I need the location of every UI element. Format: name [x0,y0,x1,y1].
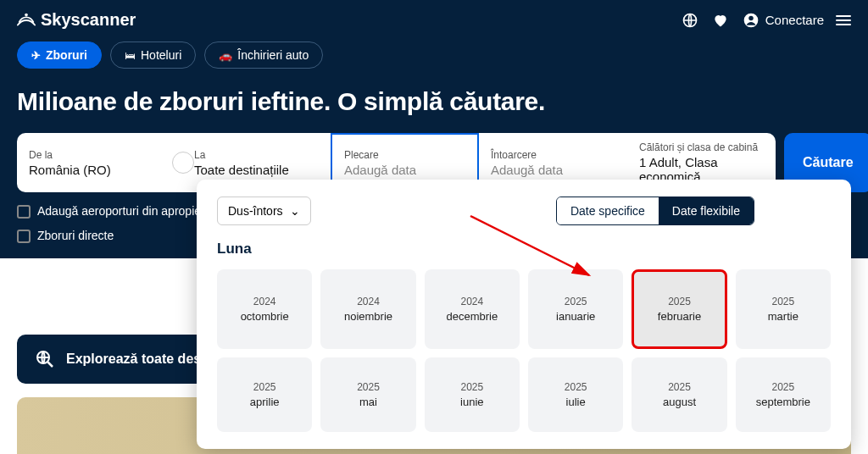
month-option[interactable]: 2025august [632,357,726,432]
login-label: Conectare [765,13,824,27]
tab-label: Închirieri auto [237,48,309,62]
month-option[interactable]: 2025iulie [528,357,623,432]
month-name: ianuarie [556,310,595,323]
depart-label: Plecare [344,149,465,161]
page-headline: Milioane de zboruri ieftine. O simplă că… [17,87,851,116]
tab-label: Hoteluri [141,48,181,62]
return-placeholder: Adaugă data [491,163,615,177]
month-name: martie [768,310,798,323]
month-option[interactable]: 2024decembrie [425,269,520,349]
checkbox-icon [17,230,31,243]
month-name: august [663,396,696,408]
svg-point-0 [25,13,28,16]
month-name: februarie [658,310,701,323]
month-year: 2024 [253,296,276,307]
month-name: octombrie [241,310,289,323]
month-year: 2024 [460,296,483,307]
from-field[interactable]: De la România (RO) [17,133,182,192]
to-value: Toate destinațiile [194,163,319,177]
brand-logo[interactable]: Skyscanner [17,10,136,30]
flexible-dates-option[interactable]: Date flexibile [659,197,754,224]
month-section-label: Luna [217,241,831,257]
month-year: 2025 [253,381,276,393]
from-label: De la [29,149,170,161]
month-name: iunie [460,396,483,408]
depart-placeholder: Adaugă data [344,163,465,177]
month-year: 2025 [357,381,380,393]
month-option[interactable]: 2025aprilie [217,357,312,432]
passengers-label: Călători și clasa de cabină [639,141,764,153]
month-year: 2025 [460,381,483,393]
tab-cars[interactable]: 🚗 Închirieri auto [204,42,323,69]
month-name: decembrie [446,310,498,323]
login-button[interactable]: Conectare [742,11,824,30]
month-option[interactable]: 2025martie [736,269,831,349]
month-option[interactable]: 2025februarie [632,269,726,349]
month-year: 2025 [668,296,691,307]
month-name: mai [359,396,377,408]
swap-icon[interactable]: ⇄ [172,152,194,174]
car-icon: 🚗 [219,49,232,62]
month-option[interactable]: 2025iunie [425,357,520,432]
specific-dates-option[interactable]: Date specifice [557,197,659,224]
svg-point-3 [748,15,754,20]
tab-label: Zboruri [46,48,87,62]
date-picker-panel: Dus-întors ⌄ Date specifice Date flexibi… [197,180,851,449]
return-label: Întoarcere [491,149,615,161]
checkbox-icon [17,205,31,219]
month-grid: 2024octombrie2024noiembrie2024decembrie2… [217,269,831,432]
month-name: septembrie [756,396,810,408]
plane-icon: ✈ [31,49,41,62]
trip-type-value: Dus-întors [228,204,283,218]
skyscanner-icon [17,11,36,30]
month-year: 2025 [565,296,587,307]
month-year: 2024 [357,296,380,307]
date-mode-toggle: Date specifice Date flexibile [556,197,754,225]
month-option[interactable]: 2025septembrie [736,357,831,432]
menu-icon[interactable] [836,13,851,28]
month-year: 2025 [668,381,691,393]
chevron-down-icon: ⌄ [290,204,300,218]
month-option[interactable]: 2024octombrie [217,269,312,349]
month-year: 2025 [565,381,587,393]
to-label: La [194,149,319,161]
product-tabs: ✈ Zboruri 🛏 Hoteluri 🚗 Închirieri auto [17,42,851,69]
from-value: România (RO) [29,163,170,177]
navbar: Skyscanner Conectare [17,10,851,30]
heart-icon[interactable] [711,11,730,30]
tab-flights[interactable]: ✈ Zboruri [17,42,102,69]
tab-hotels[interactable]: 🛏 Hoteluri [110,42,196,69]
brand-text: Skyscanner [41,10,136,30]
month-year: 2025 [771,296,794,307]
month-option[interactable]: 2025ianuarie [528,269,623,349]
globe-icon[interactable] [681,11,699,30]
checkbox-label: Adaugă aeroporturi din apropiere [37,204,211,218]
month-name: aprilie [250,396,280,408]
month-option[interactable]: 2025mai [320,357,415,432]
month-name: noiembrie [344,310,392,323]
month-name: iulie [566,396,586,408]
month-year: 2025 [771,381,794,393]
globe-search-icon [34,348,56,370]
checkbox-label: Zboruri directe [37,229,114,242]
month-option[interactable]: 2024noiembrie [320,269,415,349]
bed-icon: 🛏 [125,49,136,62]
trip-type-select[interactable]: Dus-întors ⌄ [217,197,311,225]
user-icon [742,11,760,30]
